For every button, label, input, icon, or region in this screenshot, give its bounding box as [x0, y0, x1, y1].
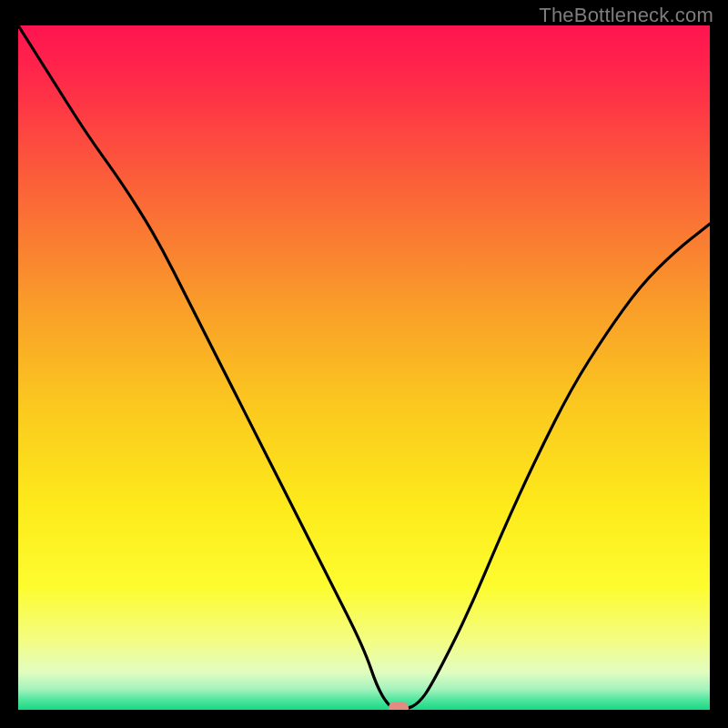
watermark-text: TheBottleneck.com [539, 4, 713, 27]
optimal-marker [389, 703, 409, 711]
plot-area [18, 25, 710, 710]
gradient-panel [18, 25, 710, 710]
chart-frame: TheBottleneck.com [0, 0, 728, 728]
chart-svg [18, 25, 710, 710]
